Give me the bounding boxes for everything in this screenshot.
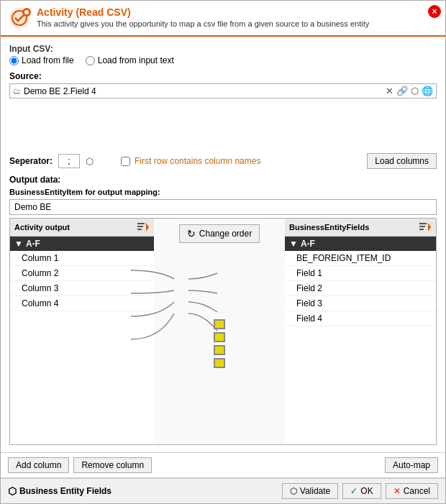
separator-label: Seperator: <box>9 156 53 166</box>
output-label: Output data: <box>9 175 437 185</box>
footer-buttons: Add column Remove column Auto-map <box>1 452 445 477</box>
source-input-wrap: 🗂 ✕ 🔗 ⬡ 🌐 <box>9 83 437 98</box>
validate-icon: ⬡ <box>290 486 297 496</box>
checkbox-area: First row contains column names <box>121 156 260 166</box>
bottom-actions: ⬡ Validate ✓ OK ✕ Cancel <box>282 483 438 499</box>
empty-area <box>9 104 437 147</box>
title-text: Activity (Read CSV) This activity gives … <box>37 6 369 28</box>
separator-row: Seperator: ; ⬡ First row contains column… <box>9 153 437 169</box>
be-fields-header: BusinessEntityFields <box>285 219 436 237</box>
content-area: Input CSV: Load from file Load from inpu… <box>1 37 445 452</box>
list-item[interactable]: Column 3 <box>10 281 154 296</box>
svg-point-3 <box>24 10 29 14</box>
list-item[interactable]: Field 4 <box>285 311 436 326</box>
cancel-icon: ✕ <box>393 486 401 496</box>
input-csv-section: Input CSV: Load from file Load from inpu… <box>9 44 437 65</box>
be-group-label: A-F <box>301 239 315 249</box>
auto-map-button[interactable]: Auto-map <box>385 457 438 473</box>
radio-file[interactable] <box>9 56 19 65</box>
first-row-checkbox[interactable] <box>121 157 130 166</box>
dialog-subtitle: This activity gives you the opportunity … <box>37 19 369 28</box>
ok-button[interactable]: ✓ OK <box>342 483 381 499</box>
load-columns-button[interactable]: Load columns <box>367 153 437 169</box>
svg-rect-9 <box>137 226 143 227</box>
be-select[interactable]: Demo BE <box>9 199 437 215</box>
activity-output-title: Activity output <box>14 223 70 232</box>
sort-icon[interactable] <box>137 221 150 233</box>
list-item[interactable]: Field 1 <box>285 266 436 281</box>
dialog: Activity (Read CSV) This activity gives … <box>0 0 446 504</box>
add-column-button[interactable]: Add column <box>8 457 69 473</box>
activity-panel-icons <box>137 221 150 233</box>
globe-icon[interactable]: 🌐 <box>422 86 433 96</box>
list-item[interactable]: Column 4 <box>10 296 154 311</box>
source-icon: 🗂 <box>13 87 21 96</box>
separator-value[interactable]: ; <box>58 154 80 168</box>
be-fields-panel: BusinessEntityFields ▼ <box>285 219 436 444</box>
close-button[interactable]: × <box>428 5 441 18</box>
activity-output-items: ▼ A-F Column 1 Column 2 Column 3 Column … <box>10 237 154 444</box>
list-item[interactable]: BE_FOREIGN_ITEM_ID <box>285 251 436 266</box>
radio-text-text: Load from input text <box>98 55 174 65</box>
change-order-label: Change order <box>199 229 252 239</box>
svg-rect-13 <box>419 226 425 227</box>
list-item[interactable]: Field 2 <box>285 281 436 296</box>
connectors-area <box>160 249 279 439</box>
svg-rect-10 <box>137 229 142 230</box>
radio-file-label[interactable]: Load from file <box>9 55 74 65</box>
be-fields-title: BusinessEntityFields <box>289 223 369 232</box>
be-fields-text: Business Entity Fields <box>19 486 112 496</box>
entity-icon[interactable]: ⬡ <box>411 86 419 96</box>
first-row-label: First row contains column names <box>135 156 260 166</box>
refresh-icon: ↻ <box>187 228 196 239</box>
cancel-button[interactable]: ✕ Cancel <box>386 483 438 499</box>
be-select-row: Demo BE <box>9 199 437 215</box>
connector-block <box>214 345 225 355</box>
svg-marker-11 <box>146 223 149 232</box>
output-sub-label: BusinessEntityItem for output mapping: <box>9 188 437 196</box>
title-bar: Activity (Read CSV) This activity gives … <box>1 1 445 37</box>
sort-icon-right[interactable] <box>419 221 432 233</box>
list-item[interactable]: Column 1 <box>10 251 154 266</box>
svg-rect-14 <box>419 229 424 230</box>
be-fields-bottom-label: ⬡ Business Entity Fields <box>8 485 112 497</box>
source-label: Source: <box>9 71 437 81</box>
center-panel: ↻ Change order <box>154 219 285 444</box>
connector-block <box>214 358 225 368</box>
ok-label: OK <box>360 486 373 496</box>
validate-label: Validate <box>300 486 330 496</box>
radio-row: Load from file Load from input text <box>9 55 437 65</box>
link-icon[interactable]: 🔗 <box>396 86 408 96</box>
activity-group-label: A-F <box>26 239 40 249</box>
radio-text[interactable] <box>86 56 95 65</box>
radio-text-label[interactable]: Load from input text <box>86 55 174 65</box>
copy-icon[interactable]: ⬡ <box>86 156 94 167</box>
input-csv-label: Input CSV: <box>9 44 53 54</box>
cancel-label: Cancel <box>404 486 430 496</box>
remove-column-button[interactable]: Remove column <box>73 457 152 473</box>
source-icons: ✕ 🔗 ⬡ 🌐 <box>386 86 433 96</box>
mapping-area: Activity output ▼ <box>9 218 437 445</box>
connector-block <box>214 332 225 342</box>
radio-file-text: Load from file <box>22 55 74 65</box>
source-input[interactable] <box>24 86 386 96</box>
dialog-title: Activity (Read CSV) <box>37 6 369 18</box>
source-section: Source: 🗂 ✕ 🔗 ⬡ 🌐 <box>9 71 437 98</box>
list-item[interactable]: Column 2 <box>10 266 154 281</box>
svg-rect-4 <box>26 8 27 10</box>
ok-icon: ✓ <box>350 486 358 496</box>
list-item[interactable]: Field 3 <box>285 296 436 311</box>
activity-icon <box>8 6 31 29</box>
clear-icon[interactable]: ✕ <box>386 86 393 96</box>
be-fields-icon: ⬡ <box>8 485 17 497</box>
validate-button[interactable]: ⬡ Validate <box>282 483 338 499</box>
be-group-header: ▼ A-F <box>285 237 436 251</box>
svg-rect-8 <box>137 223 145 224</box>
svg-marker-15 <box>428 223 431 232</box>
connector-blocks <box>214 319 225 369</box>
svg-rect-12 <box>419 223 427 224</box>
change-order-button[interactable]: ↻ Change order <box>179 224 260 243</box>
svg-rect-6 <box>22 12 24 13</box>
output-section: Output data: BusinessEntityItem for outp… <box>9 175 437 445</box>
be-fields-items: ▼ A-F BE_FOREIGN_ITEM_ID Field 1 Field 2… <box>285 237 436 444</box>
